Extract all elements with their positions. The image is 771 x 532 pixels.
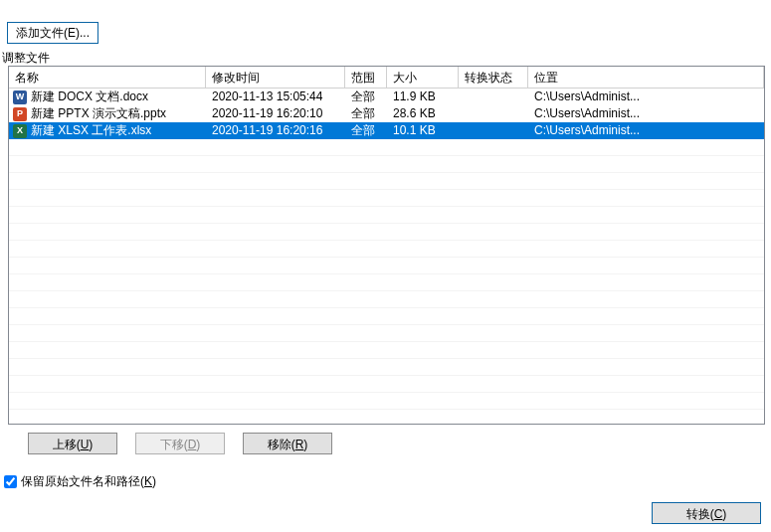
- keep-original-row[interactable]: 保留原始文件名和路径(K): [0, 472, 156, 491]
- file-size: 11.9 KB: [387, 89, 459, 105]
- file-name: 新建 XLSX 工作表.xlsx: [31, 122, 151, 139]
- file-location: C:\Users\Administ...: [528, 89, 764, 105]
- pptx-icon: P: [13, 107, 27, 121]
- empty-row: [9, 342, 764, 359]
- keep-original-label: 保留原始文件名和路径(K): [21, 473, 156, 490]
- file-name: 新建 PPTX 演示文稿.pptx: [31, 105, 166, 122]
- remove-label: 移除(R): [268, 438, 308, 451]
- file-location: C:\Users\Administ...: [528, 105, 764, 122]
- file-name: 新建 DOCX 文档.docx: [31, 89, 148, 105]
- file-table: 名称 修改时间 范围 大小 转换状态 位置 W新建 DOCX 文档.docx20…: [8, 66, 765, 425]
- empty-row: [9, 410, 764, 425]
- empty-row: [9, 173, 764, 190]
- table-header: 名称 修改时间 范围 大小 转换状态 位置: [9, 67, 764, 89]
- empty-row: [9, 274, 764, 291]
- move-down-label: 下移(D): [160, 438, 201, 451]
- file-status: [459, 89, 528, 105]
- col-header-size[interactable]: 大小: [387, 67, 459, 88]
- empty-row: [9, 258, 764, 274]
- table-row[interactable]: X新建 XLSX 工作表.xlsx2020-11-19 16:20:16全部10…: [9, 122, 764, 139]
- empty-row: [9, 190, 764, 207]
- convert-label: 转换(C): [686, 507, 727, 521]
- empty-row: [9, 139, 764, 156]
- empty-row: [9, 308, 764, 325]
- empty-row: [9, 325, 764, 342]
- col-header-modified[interactable]: 修改时间: [206, 67, 345, 88]
- file-modified: 2020-11-13 15:05:44: [206, 89, 345, 105]
- empty-row: [9, 393, 764, 410]
- add-file-button[interactable]: 添加文件(E)...: [7, 22, 98, 44]
- empty-row: [9, 291, 764, 308]
- xlsx-icon: X: [13, 124, 27, 138]
- move-up-button[interactable]: 上移(U): [28, 433, 117, 454]
- file-size: 10.1 KB: [387, 122, 459, 139]
- file-range: 全部: [345, 105, 387, 122]
- empty-row: [9, 241, 764, 258]
- col-header-name[interactable]: 名称: [9, 67, 206, 88]
- file-location: C:\Users\Administ...: [528, 122, 764, 139]
- empty-row: [9, 224, 764, 241]
- move-down-button: 下移(D): [135, 433, 225, 454]
- file-status: [459, 122, 528, 139]
- col-header-range[interactable]: 范围: [345, 67, 387, 88]
- file-size: 28.6 KB: [387, 105, 459, 122]
- empty-row: [9, 359, 764, 376]
- file-modified: 2020-11-19 16:20:10: [206, 105, 345, 122]
- file-range: 全部: [345, 122, 387, 139]
- col-header-location[interactable]: 位置: [528, 67, 764, 88]
- file-status: [459, 105, 528, 122]
- convert-button[interactable]: 转换(C): [652, 502, 761, 524]
- table-body: W新建 DOCX 文档.docx2020-11-13 15:05:44全部11.…: [9, 89, 764, 425]
- empty-row: [9, 156, 764, 173]
- empty-row: [9, 207, 764, 224]
- adjust-files-label: 调整文件: [2, 50, 50, 67]
- docx-icon: W: [13, 90, 27, 104]
- move-up-label: 上移(U): [53, 438, 94, 451]
- table-row[interactable]: W新建 DOCX 文档.docx2020-11-13 15:05:44全部11.…: [9, 89, 764, 105]
- file-range: 全部: [345, 89, 387, 105]
- reorder-buttons: 上移(U) 下移(D) 移除(R): [28, 433, 332, 454]
- keep-original-checkbox[interactable]: [4, 475, 17, 488]
- empty-row: [9, 376, 764, 393]
- file-modified: 2020-11-19 16:20:16: [206, 122, 345, 139]
- table-row[interactable]: P新建 PPTX 演示文稿.pptx2020-11-19 16:20:10全部2…: [9, 105, 764, 122]
- col-header-status[interactable]: 转换状态: [459, 67, 528, 88]
- remove-button[interactable]: 移除(R): [243, 433, 332, 454]
